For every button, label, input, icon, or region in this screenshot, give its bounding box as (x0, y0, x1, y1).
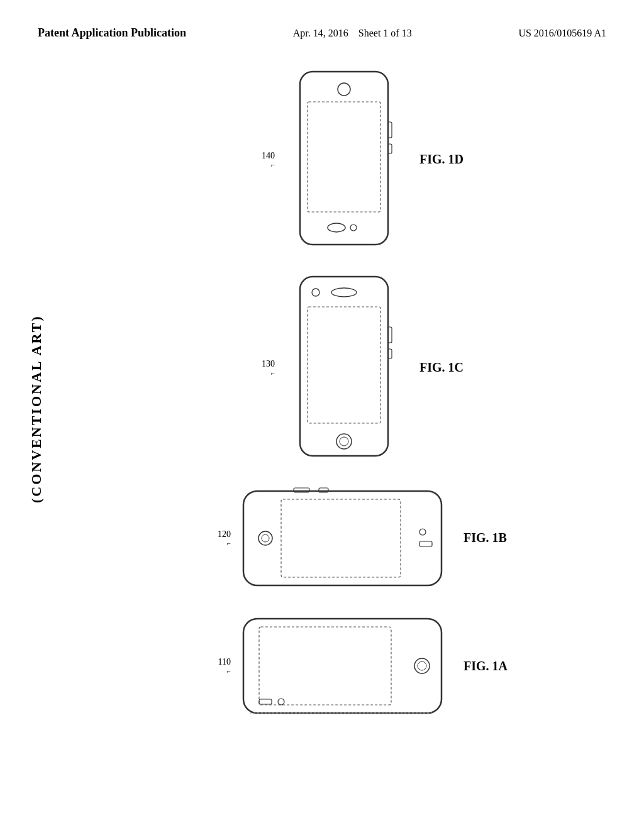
fig-1d-svg (281, 65, 407, 254)
svg-point-11 (336, 434, 352, 449)
header-patent-number: US 2016/0105619 A1 (518, 25, 606, 42)
fig-1b-label: FIG. 1B (451, 531, 514, 545)
svg-rect-23 (243, 619, 441, 713)
fig-1c-svg (281, 270, 407, 465)
fig-1a-svg (237, 611, 451, 721)
page-header: Patent Application Publication Apr. 14, … (0, 0, 644, 54)
fig-1b-ref-number: 120 (218, 529, 231, 540)
svg-rect-10 (308, 307, 380, 423)
svg-point-26 (278, 699, 284, 705)
fig-1c-ref-number: 130 (262, 359, 275, 369)
fig-1c-ref-area: 130 ⌐ (243, 359, 281, 377)
svg-point-12 (340, 437, 348, 446)
svg-rect-25 (259, 699, 272, 704)
fig-1c-row: 130 ⌐ (69, 270, 644, 465)
svg-point-8 (312, 289, 319, 296)
header-sheet: Sheet 1 of 13 (358, 28, 412, 38)
fig-1a-phone (237, 611, 451, 721)
fig-1d-ref-number: 140 (262, 151, 275, 161)
figures-container: 140 ⌐ (69, 54, 644, 728)
svg-rect-2 (308, 102, 380, 212)
svg-rect-24 (259, 627, 391, 705)
svg-point-17 (262, 534, 269, 542)
fig-1d-ref-area: 140 ⌐ (243, 151, 281, 169)
header-date: Apr. 14, 2016 (293, 28, 348, 38)
fig-1b-ref-area: 120 ⌐ (199, 529, 237, 547)
header-date-sheet: Apr. 14, 2016 Sheet 1 of 13 (293, 25, 412, 42)
fig-1b-phone (237, 482, 451, 595)
svg-rect-0 (300, 72, 388, 245)
svg-point-27 (414, 658, 430, 673)
svg-rect-20 (419, 541, 432, 546)
fig-1a-ref-number: 110 (218, 657, 231, 667)
fig-1b-svg (237, 482, 451, 595)
fig-1c-phone (281, 270, 407, 465)
svg-point-28 (418, 661, 426, 670)
svg-point-3 (328, 223, 345, 232)
fig-1d-row: 140 ⌐ (69, 65, 644, 254)
svg-rect-18 (281, 499, 401, 577)
svg-rect-15 (243, 491, 441, 585)
fig-1d-label: FIG. 1D (407, 152, 470, 167)
page: Patent Application Publication Apr. 14, … (0, 0, 644, 830)
svg-point-1 (338, 83, 350, 96)
svg-point-19 (419, 529, 426, 535)
svg-point-4 (350, 224, 357, 231)
fig-1a-label: FIG. 1A (451, 659, 514, 673)
fig-1c-label: FIG. 1C (407, 360, 470, 375)
fig-1b-row: 120 ⌐ (69, 482, 644, 595)
svg-point-16 (258, 531, 272, 545)
conventional-art-label: (CONVENTIONAL ART) (18, 126, 55, 692)
fig-1a-row: 110 ⌐ FIG. 1A (69, 611, 644, 721)
header-publication-label: Patent Application Publication (38, 25, 186, 41)
svg-rect-7 (300, 277, 388, 456)
fig-1d-phone (281, 65, 407, 254)
svg-point-9 (331, 288, 357, 297)
fig-1a-ref-area: 110 ⌐ (199, 657, 237, 675)
